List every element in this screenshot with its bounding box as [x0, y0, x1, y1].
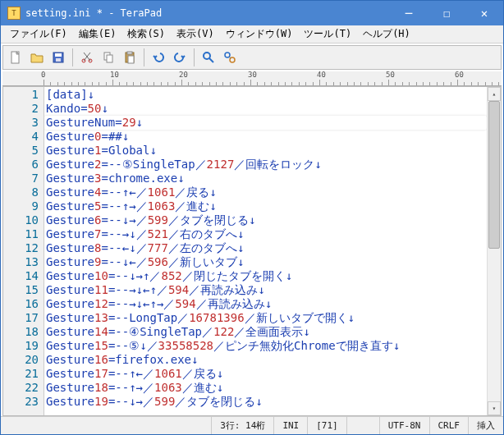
ruler: 010203040506070 — [2, 71, 502, 86]
ruler-tick — [175, 82, 176, 85]
editor-line[interactable]: Gesture15=--⑤↓／33558528／ピンチ無効化Chromeで開き直… — [44, 339, 487, 353]
statusbar: 3行: 14桁 INI [71] UTF-8N CRLF 挿入 — [1, 416, 503, 434]
editor-line[interactable]: Gesture3=chrome.exe↓ — [44, 172, 487, 185]
line-number: 12 — [3, 241, 39, 255]
line-number: 21 — [3, 367, 39, 381]
paste-button[interactable] — [120, 48, 140, 67]
line-number: 10 — [3, 213, 39, 227]
ruler-tick — [354, 82, 355, 85]
close-button[interactable]: ✕ — [465, 1, 503, 25]
scroll-down-arrow[interactable]: ▾ — [488, 401, 501, 415]
eol-marker: ↓ — [136, 297, 143, 311]
editor-line[interactable]: Gesture19=--↓→／599／タブを閉じる↓ — [44, 395, 487, 409]
status-mode: INI — [273, 417, 307, 434]
editor-line[interactable]: Gesture11=--→↓←↑／594／再読み込み↓ — [44, 283, 487, 297]
replace-button[interactable] — [220, 48, 240, 67]
status-encoding: UTF-8N — [379, 417, 429, 434]
line-number: 13 — [3, 255, 39, 269]
ruler-tick — [271, 82, 272, 85]
copy-button[interactable] — [99, 48, 118, 67]
editor-line[interactable]: Gesture5=--↑→／1063／進む↓ — [44, 199, 487, 213]
ruler-tick — [195, 82, 196, 85]
status-position: 3行: 14桁 — [211, 417, 273, 434]
ruler-tick — [485, 82, 486, 85]
editor-line[interactable]: Gesture7=--→↓／521／右のタブへ↓ — [44, 227, 487, 241]
editor-line[interactable]: Gesture17=--↑←／1061／戻る↓ — [44, 367, 487, 381]
ruler-tick — [285, 82, 286, 85]
eol-marker: ↓ — [101, 102, 108, 116]
ruler-tick — [360, 82, 361, 85]
editor-line[interactable]: Gesture8=--←↓／777／左のタブへ↓ — [44, 241, 487, 255]
menu-search[interactable]: 検索(S) — [121, 25, 171, 43]
eol-marker: ↓ — [136, 283, 143, 297]
menubar: ファイル(F) 編集(E) 検索(S) 表示(V) ウィンドウ(W) ツール(T… — [1, 25, 503, 44]
menu-help[interactable]: ヘルプ(H) — [357, 25, 416, 43]
editor-line[interactable]: Gesture14=--④SingleTap／122／全画面表示↓ — [44, 325, 487, 339]
ruler-tick: 30 — [250, 80, 251, 85]
editor-line[interactable]: Gesture13=--LongTap／16781396／新しいタブで開く↓ — [44, 311, 487, 325]
eol-marker: ↓ — [129, 395, 135, 409]
line-number: 9 — [3, 199, 39, 213]
editor-line[interactable]: [data]↓ — [44, 88, 487, 102]
scroll-up-arrow[interactable]: ▴ — [488, 87, 501, 101]
editor-line[interactable]: Gesture6=--↓→／599／タブを閉じる↓ — [44, 213, 487, 227]
eol-marker: ↓ — [237, 255, 244, 269]
editor-line[interactable]: Kando=50↓ — [44, 102, 487, 116]
maximize-button[interactable]: ☐ — [428, 1, 465, 25]
toolbar — [2, 45, 502, 70]
menu-tools[interactable]: ツール(T) — [298, 25, 357, 43]
toolbar-separator — [72, 48, 73, 66]
editor-line[interactable]: Gesture9=--↓←／596／新しいタブ↓ — [44, 255, 487, 269]
eol-marker: ↓ — [286, 269, 292, 283]
save-button[interactable] — [48, 48, 68, 67]
ruler-tick: 40 — [319, 80, 320, 85]
menu-edit[interactable]: 編集(E) — [73, 25, 122, 43]
ruler-tick — [64, 82, 65, 85]
ruler-tick — [382, 82, 383, 85]
eol-marker: ↓ — [129, 227, 135, 241]
find-magnifier-icon — [202, 51, 215, 64]
editor-line[interactable]: Gesture10=--↓→↑／852／閉じたタブを開く↓ — [44, 269, 487, 283]
undo-button[interactable] — [149, 48, 168, 67]
editor-line[interactable]: Gesture0=##↓ — [44, 130, 487, 144]
text-editor[interactable]: [data]↓Kando=50↓GestureNum=29↓Gesture0=#… — [44, 87, 487, 415]
eol-marker: ↓ — [393, 339, 400, 353]
cut-button[interactable] — [77, 48, 97, 67]
editor-line[interactable]: GestureNum=29↓ — [44, 116, 487, 130]
eol-marker: ↓ — [237, 227, 244, 241]
editor-line[interactable]: Gesture2=--⑤SingleTap／2127／回転をロック↓ — [44, 158, 487, 172]
ruler-tick — [140, 82, 141, 85]
new-button[interactable] — [6, 48, 25, 67]
vertical-scrollbar[interactable]: ▴ ▾ — [487, 87, 501, 415]
ruler-tick — [257, 82, 258, 85]
redo-button[interactable] — [170, 48, 190, 67]
eol-marker: ↓ — [177, 172, 184, 185]
ruler-tick — [333, 82, 334, 85]
ruler-tick — [209, 82, 210, 85]
menu-file[interactable]: ファイル(F) — [4, 25, 73, 43]
editor-line[interactable]: Gesture12=--→↓←↑→／594／再読み込み↓ — [44, 297, 487, 311]
toolbar-separator — [144, 48, 144, 66]
menu-view[interactable]: 表示(V) — [171, 25, 220, 43]
line-number: 22 — [3, 381, 39, 395]
line-number: 18 — [3, 325, 39, 339]
editor-line[interactable]: Gesture1=Global↓ — [44, 144, 487, 158]
eol-marker: ↓ — [149, 144, 156, 158]
ruler-tick — [92, 82, 93, 85]
menu-window[interactable]: ウィンドウ(W) — [220, 25, 299, 43]
undo-icon — [152, 51, 165, 64]
ruler-tick — [85, 82, 85, 85]
svg-rect-7 — [107, 55, 112, 62]
open-button[interactable] — [27, 48, 47, 67]
minimize-button[interactable]: ─ — [390, 1, 428, 25]
eol-marker: ↓ — [129, 269, 135, 283]
line-number: 19 — [3, 339, 39, 353]
editor-line[interactable]: Gesture18=--↑→／1063／進む↓ — [44, 381, 487, 395]
ruler-tick: 60 — [457, 80, 458, 85]
find-button[interactable] — [199, 48, 218, 67]
svg-rect-10 — [128, 56, 134, 63]
eol-marker: ↓ — [209, 185, 216, 199]
scroll-thumb[interactable] — [488, 101, 500, 249]
editor-line[interactable]: Gesture4=--↑←／1061／戻る↓ — [44, 185, 487, 199]
editor-line[interactable]: Gesture16=firefox.exe↓ — [44, 353, 487, 367]
